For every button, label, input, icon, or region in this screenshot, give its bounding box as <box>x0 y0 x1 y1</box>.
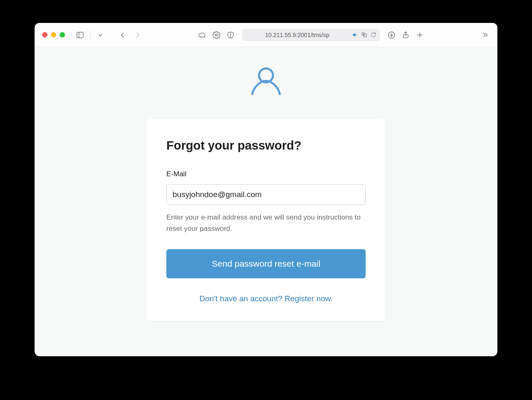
sidebar-toggle-icon[interactable] <box>75 30 85 40</box>
back-button[interactable] <box>118 30 128 40</box>
cloud-icon[interactable] <box>197 30 207 40</box>
share-icon[interactable] <box>401 30 411 40</box>
address-bar-url: 10.211.55.9:2001/tms/sp <box>246 32 349 38</box>
email-label: E-Mail <box>166 170 366 178</box>
browser-toolbar: 10.211.55.9:2001/tms/sp <box>35 23 497 47</box>
gear-icon[interactable] <box>211 30 221 40</box>
address-bar[interactable]: 10.211.55.9:2001/tms/sp <box>242 29 380 41</box>
browser-window: 10.211.55.9:2001/tms/sp <box>35 23 497 356</box>
email-input[interactable] <box>166 184 366 205</box>
maximize-window-button[interactable] <box>60 32 65 38</box>
shield-icon[interactable] <box>226 30 236 40</box>
send-reset-button[interactable]: Send password reset e-mail <box>166 249 366 278</box>
chevron-down-icon[interactable] <box>95 30 105 40</box>
toolbar-divider <box>90 31 90 39</box>
audio-icon[interactable] <box>351 32 358 38</box>
helper-text: Enter your e-mail address and we will se… <box>166 212 366 234</box>
svg-point-2 <box>216 34 218 36</box>
downloads-icon[interactable] <box>386 30 396 40</box>
close-window-button[interactable] <box>42 32 48 38</box>
page-content: Forgot your password? E-Mail Enter your … <box>35 47 497 356</box>
window-controls <box>42 32 65 38</box>
user-avatar-icon <box>245 59 287 102</box>
forward-button[interactable] <box>132 30 142 40</box>
card-heading: Forgot your password? <box>166 139 366 152</box>
translate-icon[interactable] <box>361 32 367 38</box>
minimize-window-button[interactable] <box>51 32 56 38</box>
reload-icon[interactable] <box>370 32 376 38</box>
svg-rect-0 <box>77 32 83 38</box>
register-link[interactable]: Don't have an account? Register now. <box>166 294 366 303</box>
forgot-password-card: Forgot your password? E-Mail Enter your … <box>147 119 385 321</box>
overflow-icon[interactable] <box>480 30 490 40</box>
new-tab-icon[interactable] <box>415 30 425 40</box>
